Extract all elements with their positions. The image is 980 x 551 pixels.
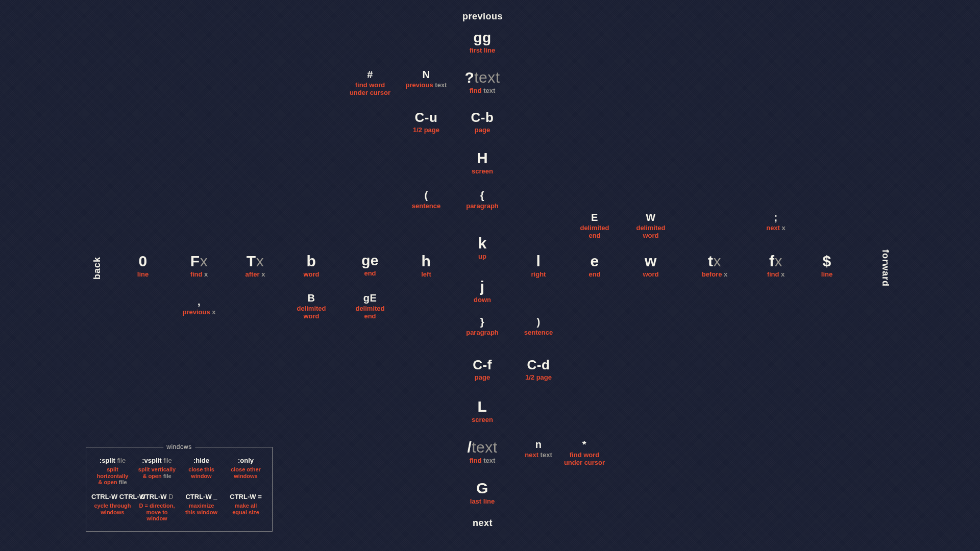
motion-cell: lright — [508, 253, 569, 279]
motion-cell: }paragraph — [452, 316, 513, 337]
motion-cell: ;next x — [745, 212, 806, 232]
motion-cell: Edelimited end — [564, 212, 625, 240]
windows-cell: CTRL-W CTRL-Wcycle through windows — [90, 491, 135, 527]
motion-cell: Wdelimited word — [620, 212, 681, 240]
motion-cell: jdown — [452, 278, 513, 304]
motion-cell: C-d1/2 page — [508, 357, 569, 382]
motion-cell: Glast line — [452, 480, 513, 506]
label-next: next — [473, 518, 493, 529]
windows-cell: CTRL-W DD = direction, move to window — [135, 491, 179, 527]
motion-cell: hleft — [396, 253, 457, 279]
motion-cell: geend — [339, 253, 401, 278]
motion-cell: wword — [620, 253, 681, 279]
motion-cell: gEdelimited end — [339, 292, 401, 320]
motion-cell: bword — [281, 253, 342, 279]
motion-cell: $line — [796, 253, 857, 279]
motion-cell: txbefore x — [684, 253, 745, 279]
windows-box-title: windows — [163, 443, 195, 450]
motion-cell: C-fpage — [452, 357, 513, 382]
motion-cell: *find word under cursor — [554, 439, 615, 467]
windows-cell: :vsplit filesplit vertically & open file — [135, 455, 179, 491]
label-forward: forward — [880, 249, 891, 287]
motion-cell: {paragraph — [452, 190, 513, 210]
label-previous: previous — [462, 11, 503, 22]
windows-cell: :hideclose this window — [179, 455, 224, 491]
windows-cell: CTRL-W _maximize this window — [179, 491, 224, 527]
label-back: back — [92, 257, 103, 280]
windows-cell: :onlyclose other windows — [224, 455, 268, 491]
motion-cell: kup — [452, 235, 513, 261]
motion-cell: )sentence — [508, 316, 569, 337]
windows-box: windows :split filesplit horizontally & … — [86, 447, 273, 532]
motion-cell: 0line — [112, 253, 174, 279]
motion-cell: Lscreen — [452, 398, 513, 424]
windows-cell: CTRL-W =make all equal size — [224, 491, 268, 527]
motion-cell: #find word under cursor — [339, 69, 401, 97]
windows-cell: :split filesplit horizontally & open fil… — [90, 455, 135, 491]
motion-cell: ,previous x — [168, 296, 230, 316]
motion-cell: C-bpage — [452, 110, 513, 134]
motion-cell: Txafter x — [225, 253, 286, 279]
motion-cell: Nprevious text — [396, 69, 457, 89]
motion-cell: ?textfind text — [452, 69, 513, 95]
motion-cell: Bdelimited word — [281, 292, 342, 320]
motion-cell: Fxfind x — [168, 253, 230, 279]
motion-cell: ggfirst line — [452, 30, 513, 55]
motion-cell: C-u1/2 page — [396, 110, 457, 134]
motion-cell: /textfind text — [452, 439, 513, 465]
motion-cell: Hscreen — [452, 149, 513, 176]
motion-cell: eend — [564, 253, 625, 279]
motion-cell: (sentence — [396, 190, 457, 210]
